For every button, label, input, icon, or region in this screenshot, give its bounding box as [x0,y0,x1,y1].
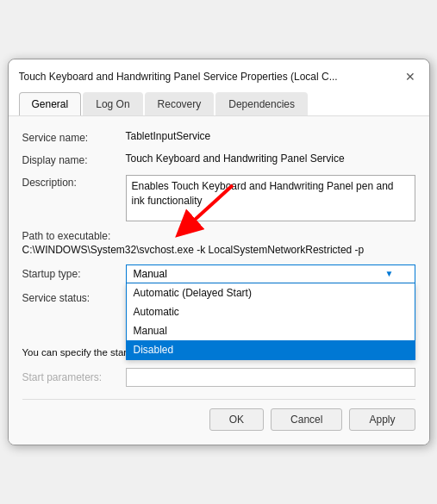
tab-general[interactable]: General [19,92,82,115]
path-value: C:\WINDOWS\System32\svchost.exe -k Local… [22,244,415,256]
dropdown-item-auto[interactable]: Automatic [127,302,415,321]
service-name-label: Service name: [22,130,126,144]
start-params-input[interactable] [126,368,415,387]
service-status-label: Service status: [22,292,126,304]
description-text: Enables Touch Keyboard and Handwriting P… [132,180,394,207]
display-name-label: Display name: [22,152,126,166]
dropdown-selected-text: Manual [134,268,167,280]
start-params-row: Start parameters: [22,368,415,387]
window-title: Touch Keyboard and Handwriting Panel Ser… [19,71,402,83]
startup-type-label: Startup type: [22,264,126,280]
service-name-row: Service name: TabletInputService [22,130,415,144]
apply-button[interactable]: Apply [349,408,415,431]
start-params-label: Start parameters: [22,371,126,383]
ok-button[interactable]: OK [209,408,264,431]
close-button[interactable]: ✕ [402,68,419,85]
path-label: Path to executable: [22,230,415,242]
tab-logon[interactable]: Log On [83,92,142,115]
dropdown-selected[interactable]: Manual ▼ [126,264,415,283]
service-properties-window: Touch Keyboard and Handwriting Panel Ser… [8,59,430,445]
tab-recovery[interactable]: Recovery [145,92,215,115]
path-row: Path to executable: C:\WINDOWS\System32\… [22,230,415,256]
dropdown-item-manual[interactable]: Manual [127,321,415,340]
startup-type-dropdown[interactable]: Manual ▼ Automatic (Delayed Start) Autom… [126,264,415,283]
description-label: Description: [22,175,126,189]
dropdown-arrow-icon: ▼ [385,269,394,278]
description-box[interactable]: Enables Touch Keyboard and Handwriting P… [126,175,415,221]
cancel-button[interactable]: Cancel [271,408,342,431]
display-name-row: Display name: Touch Keyboard and Handwri… [22,152,415,166]
tab-bar: General Log On Recovery Dependencies [19,92,419,115]
startup-type-row: Startup type: Manual ▼ Automatic (Delaye… [22,264,415,283]
bottom-buttons: OK Cancel Apply [22,408,415,431]
title-bar: Touch Keyboard and Handwriting Panel Ser… [9,59,429,116]
display-name-value: Touch Keyboard and Handwriting Panel Ser… [126,152,415,165]
tab-dependencies[interactable]: Dependencies [215,92,308,115]
description-row: Description: Enables Touch Keyboard and … [22,175,415,221]
service-name-value: TabletInputService [126,130,415,142]
divider [22,399,415,400]
dropdown-item-auto-delayed[interactable]: Automatic (Delayed Start) [127,283,415,302]
content-area: Service name: TabletInputService Display… [9,116,429,445]
dropdown-item-disabled[interactable]: Disabled [127,340,415,359]
dropdown-list: Automatic (Delayed Start) Automatic Manu… [126,283,415,360]
